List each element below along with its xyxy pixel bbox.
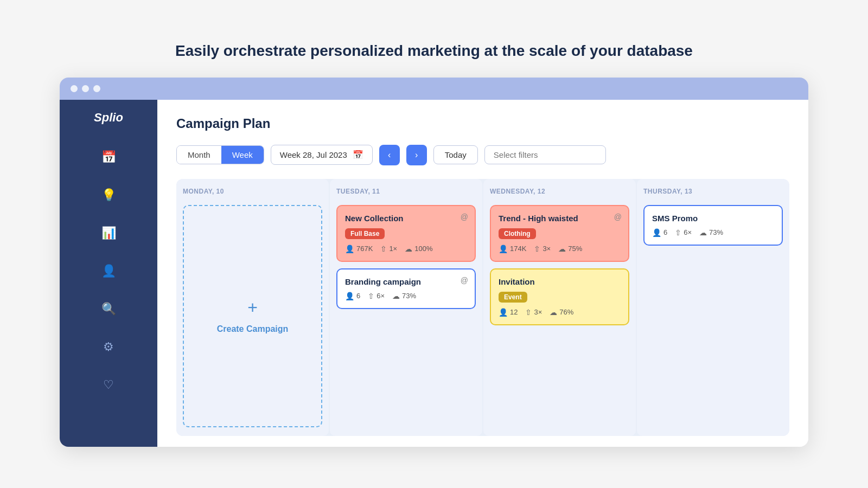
view-toggle: Month Week xyxy=(176,145,264,164)
date-picker[interactable]: Week 28, Jul 2023 📅 xyxy=(271,145,373,165)
user-icon-t: 👤 xyxy=(499,245,508,253)
card-new-collection[interactable]: @ New Collection Full Base 👤 767K xyxy=(336,205,476,262)
stat-users-value-b: 6 xyxy=(356,292,360,300)
stat-cloud-t: ☁ 75% xyxy=(558,245,582,253)
card-at-icon: @ xyxy=(461,213,468,221)
card-tag-event: Event xyxy=(499,292,527,303)
stat-up-value-i: 3× xyxy=(534,308,542,316)
sidebar-icon-calendar[interactable]: 📅 xyxy=(98,146,119,168)
card-tag-clothing: Clothing xyxy=(499,228,536,239)
card-at-icon-3: @ xyxy=(614,213,622,221)
main-header: Campaign Plan xyxy=(176,116,789,131)
up-icon-b: ⇧ xyxy=(368,292,374,300)
card-stats-branding: 👤 6 ⇧ 6× ☁ 73% xyxy=(345,292,467,300)
toolbar: Month Week Week 28, Jul 2023 📅 ‹ › Today xyxy=(176,145,789,165)
date-value: Week 28, Jul 2023 xyxy=(280,150,347,159)
traffic-light-2 xyxy=(82,85,89,92)
sidebar-logo: Splio xyxy=(94,111,123,125)
title-bar xyxy=(60,78,808,100)
sidebar-icon-settings[interactable]: ⚙ xyxy=(98,336,119,358)
card-branding-campaign[interactable]: @ Branding campaign 👤 6 ⇧ 6× xyxy=(336,268,476,309)
cloud-icon-i: ☁ xyxy=(550,308,557,317)
stat-up-value-b: 6× xyxy=(376,292,385,300)
card-title-invitation: Invitation xyxy=(499,277,621,286)
user-icon-b: 👤 xyxy=(345,292,354,300)
create-campaign-button[interactable]: + Create Campaign xyxy=(183,205,322,427)
week-view-button[interactable]: Week xyxy=(221,146,264,164)
stat-users-i: 👤 12 xyxy=(499,308,518,317)
sidebar-icon-lightbulb[interactable]: 💡 xyxy=(98,184,119,206)
cloud-icon-s: ☁ xyxy=(699,228,707,237)
day-tuesday: TUESDAY, 11 @ New Collection Full Base 👤 xyxy=(330,179,482,436)
card-trend-high-waisted[interactable]: @ Trend - High waisted Clothing 👤 174K xyxy=(490,205,629,262)
day-monday: MONDAY, 10 + Create Campaign xyxy=(176,179,329,436)
stat-up-value-t: 3× xyxy=(542,245,551,253)
filter-input[interactable] xyxy=(484,145,606,164)
card-stats-new-collection: 👤 767K ⇧ 1× ☁ 100% xyxy=(345,245,467,253)
stat-users-value: 767K xyxy=(356,245,373,253)
page-title: Campaign Plan xyxy=(176,116,789,131)
stat-users-value-s: 6 xyxy=(663,228,667,236)
create-plus-icon: + xyxy=(247,298,258,318)
up-icon: ⇧ xyxy=(380,245,387,253)
card-title-new-collection: New Collection xyxy=(345,214,467,223)
card-title-trend: Trend - High waisted xyxy=(499,214,621,223)
stat-users: 👤 767K xyxy=(345,245,373,253)
stat-up-b: ⇧ 6× xyxy=(368,292,385,300)
card-stats-trend: 👤 174K ⇧ 3× ☁ 75% xyxy=(499,245,621,253)
card-title-branding: Branding campaign xyxy=(345,277,467,286)
traffic-light-3 xyxy=(93,85,100,92)
sidebar-icon-heart[interactable]: ♡ xyxy=(98,374,119,396)
card-sms-promo[interactable]: SMS Promo 👤 6 ⇧ 6× xyxy=(643,205,783,246)
page-headline: Easily orchestrate personalized marketin… xyxy=(60,41,808,61)
stat-cloud-i: ☁ 76% xyxy=(550,308,573,317)
sidebar-icon-chart[interactable]: 📊 xyxy=(98,222,119,244)
prev-week-button[interactable]: ‹ xyxy=(379,145,400,165)
stat-cloud-b: ☁ 73% xyxy=(392,292,416,300)
stat-users-b: 👤 6 xyxy=(345,292,360,300)
up-icon-i: ⇧ xyxy=(525,308,532,317)
sidebar-icon-document[interactable]: 🔍 xyxy=(98,298,119,320)
next-week-button[interactable]: › xyxy=(406,145,427,165)
card-stats-invitation: 👤 12 ⇧ 3× ☁ 76% xyxy=(499,308,621,317)
day-header-thursday: THURSDAY, 13 xyxy=(643,188,783,195)
sidebar-icon-user[interactable]: 👤 xyxy=(98,260,119,282)
stat-up-value: 1× xyxy=(389,245,397,253)
calendar-icon: 📅 xyxy=(353,150,363,160)
up-icon-t: ⇧ xyxy=(534,245,540,253)
up-icon-s: ⇧ xyxy=(675,228,681,237)
stat-users-value-i: 12 xyxy=(510,308,518,316)
user-icon-s: 👤 xyxy=(652,228,661,237)
day-header-tuesday: TUESDAY, 11 xyxy=(336,188,476,195)
card-stats-sms-promo: 👤 6 ⇧ 6× ☁ 73% xyxy=(652,228,774,237)
card-at-icon-2: @ xyxy=(461,276,468,285)
day-thursday: THURSDAY, 13 SMS Promo 👤 6 ⇧ xyxy=(637,179,789,436)
stat-cloud-value-b: 73% xyxy=(402,292,416,300)
today-button[interactable]: Today xyxy=(433,145,478,164)
card-title-sms-promo: SMS Promo xyxy=(652,214,774,223)
day-header-wednesday: WEDNESDAY, 12 xyxy=(490,188,629,195)
stat-up-t: ⇧ 3× xyxy=(534,245,551,253)
cloud-icon: ☁ xyxy=(405,245,412,253)
traffic-light-1 xyxy=(71,85,78,92)
stat-cloud-s: ☁ 73% xyxy=(699,228,723,237)
app-body: Splio 📅 💡 📊 👤 🔍 ⚙ ♡ Campaign Plan Month xyxy=(60,100,808,447)
stat-cloud-value-i: 76% xyxy=(559,308,573,316)
stat-cloud: ☁ 100% xyxy=(405,245,432,253)
month-view-button[interactable]: Month xyxy=(177,146,221,164)
stat-up: ⇧ 1× xyxy=(380,245,397,253)
stat-cloud-value: 100% xyxy=(414,245,432,253)
card-tag-full-base: Full Base xyxy=(345,228,385,239)
create-campaign-label: Create Campaign xyxy=(217,324,289,334)
stat-cloud-value-t: 75% xyxy=(568,245,582,253)
stat-users-value-t: 174K xyxy=(510,245,526,253)
main-content: Campaign Plan Month Week Week 28, Jul 20… xyxy=(157,100,808,447)
cloud-icon-b: ☁ xyxy=(392,292,400,300)
day-wednesday: WEDNESDAY, 12 @ Trend - High waisted Clo… xyxy=(483,179,636,436)
cloud-icon-t: ☁ xyxy=(558,245,566,253)
day-header-monday: MONDAY, 10 xyxy=(183,188,322,195)
stat-up-value-s: 6× xyxy=(684,228,692,236)
sidebar: Splio 📅 💡 📊 👤 🔍 ⚙ ♡ xyxy=(60,100,157,447)
card-invitation[interactable]: Invitation Event 👤 12 ⇧ xyxy=(490,268,629,325)
calendar-grid: MONDAY, 10 + Create Campaign TUESDAY, 11… xyxy=(176,179,789,436)
